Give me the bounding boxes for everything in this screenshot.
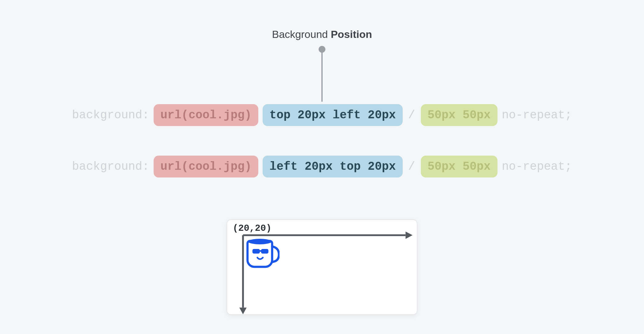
heading-light: Background (272, 28, 331, 40)
code-line-1: background: url(cool.jpg) top 20px left … (72, 104, 572, 126)
svg-point-4 (248, 239, 272, 244)
heading-bold: Position (331, 28, 372, 40)
token-url: url(cool.jpg) (154, 156, 258, 177)
token-position: left 20px top 20px (263, 156, 402, 177)
mug-icon (246, 237, 280, 268)
diagram-heading: Background Position (272, 28, 372, 40)
svg-rect-5 (252, 249, 260, 254)
coord-label: (20,20) (233, 223, 272, 234)
token-position: top 20px left 20px (263, 104, 402, 126)
css-property: background: (72, 160, 149, 173)
svg-marker-1 (405, 232, 413, 239)
token-url: url(cool.jpg) (154, 104, 258, 126)
token-slash: / (407, 108, 417, 122)
preview-card: (20,20) (227, 219, 417, 315)
token-slash: / (407, 160, 417, 173)
token-repeat: no-repeat; (502, 160, 572, 173)
token-size: 50px 50px (421, 156, 497, 177)
pointer-line (321, 46, 323, 102)
svg-marker-3 (239, 308, 247, 314)
css-property: background: (72, 108, 149, 122)
svg-rect-7 (259, 250, 262, 252)
token-repeat: no-repeat; (502, 108, 572, 122)
code-line-2: background: url(cool.jpg) left 20px top … (72, 156, 572, 177)
token-size: 50px 50px (421, 104, 497, 126)
